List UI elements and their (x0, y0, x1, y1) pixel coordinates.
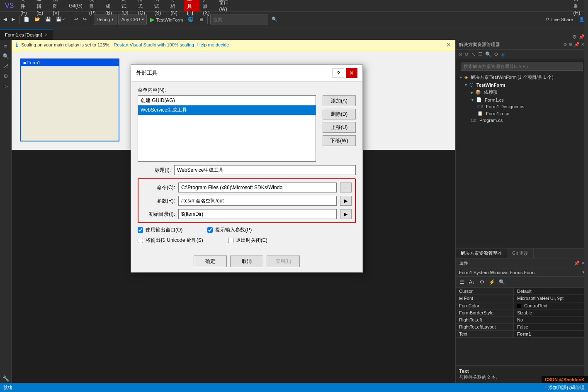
toolbar-new[interactable]: 📄 (22, 16, 31, 23)
menu-view[interactable]: 视图(V) (49, 0, 66, 11)
toolbar-back[interactable]: ◀ (2, 16, 8, 23)
dialog-help-button[interactable]: ? (333, 68, 344, 78)
dialog-initdir-input[interactable] (178, 209, 337, 219)
se-tool5[interactable]: 🔍 (484, 51, 492, 58)
menu-tools[interactable]: 工具(T) (184, 0, 200, 11)
close-exit-checkbox[interactable] (228, 238, 233, 243)
menu-build[interactable]: 生成(B) (102, 0, 118, 11)
se-tab-git[interactable]: Git 更改 (507, 248, 534, 258)
prop-value-text[interactable]: Form1 (514, 331, 588, 337)
notif-close-btn[interactable]: ✕ (446, 41, 451, 48)
use-output-checkbox[interactable] (138, 227, 143, 233)
toolbar-undo[interactable]: ↩ (73, 16, 80, 23)
dialog-args-browse[interactable]: ▶ (340, 196, 352, 206)
solution-search-input[interactable] (461, 62, 583, 71)
right-scrollbar[interactable] (584, 0, 588, 392)
dialog-args-input[interactable] (178, 196, 337, 206)
se-settings-btn[interactable]: ⚙ (569, 42, 573, 47)
prop-tool-alphview[interactable]: A↓ (467, 278, 476, 287)
toolbar-open[interactable]: 📂 (33, 16, 42, 23)
menu-window[interactable]: 窗口(W) (216, 0, 233, 11)
se-tool-active[interactable]: ◉ (500, 51, 506, 58)
se-tool6[interactable]: ⚙ (493, 51, 499, 58)
toolbar-redo[interactable]: ↪ (81, 16, 88, 23)
menu-analyze[interactable]: 分析(N) (167, 0, 183, 11)
menu-file[interactable]: 文件(F) (17, 0, 33, 11)
prop-tool-catview[interactable]: ☰ (457, 278, 467, 287)
menu-vs-icon[interactable]: VS (2, 0, 17, 11)
toolbar-browser[interactable]: 🌐 (186, 16, 195, 23)
prop-value-forecolor[interactable]: ControlText (514, 302, 588, 309)
notif-help-link[interactable]: Help me decide (197, 42, 229, 47)
prop-tool-events[interactable]: ⚡ (487, 278, 496, 287)
live-share-button[interactable]: ⟳ Live Share (543, 16, 576, 23)
dialog-title-input[interactable] (174, 165, 356, 175)
sidebar-icon-tools[interactable]: 🔧 (1, 374, 10, 383)
prop-value-border[interactable]: Sizable (514, 309, 588, 316)
toolbar-monitor[interactable]: 🖥 (197, 16, 205, 23)
dialog-cancel-btn[interactable]: 取消 (230, 256, 263, 267)
dialog-up-btn[interactable]: 上移(U) (323, 122, 356, 133)
tree-form1resx[interactable]: 📋 Form1.resx (456, 110, 588, 117)
dialog-listbox[interactable]: 创建 GUID(&G) WebService生成工具 (138, 95, 316, 162)
tree-form1designer[interactable]: C# Form1.Designer.cs (456, 103, 588, 110)
se-tool2[interactable]: ⟳ (464, 51, 470, 58)
dialog-remove-btn[interactable]: 删除(D) (323, 109, 356, 119)
toolbar-save-all[interactable]: 💾✓ (54, 16, 67, 23)
se-pin-btn[interactable]: 📌 (574, 42, 580, 47)
dialog-initdir-browse[interactable]: ▶ (340, 209, 352, 219)
prop-value-rtl[interactable]: No (514, 317, 588, 323)
prop-tool-search[interactable]: 🔍 (497, 278, 506, 287)
search-input[interactable] (210, 15, 268, 24)
menu-format[interactable]: 格式(O) (134, 0, 151, 11)
platform-dropdown[interactable]: Any CPU (118, 15, 146, 24)
sidebar-icon-1[interactable]: ≡ (1, 41, 10, 51)
dialog-add-btn[interactable]: 添加(A) (323, 95, 356, 106)
menu-project[interactable]: 项目(P) (86, 0, 102, 11)
menu-test[interactable]: 测试(S) (151, 0, 167, 11)
dialog-close-button[interactable]: ✕ (346, 68, 357, 78)
tree-form1cs[interactable]: ▼ 📄 Form1.cs (456, 96, 588, 103)
prop-value-font[interactable]: Microsoft YaHei UI, 9pt (514, 295, 588, 302)
tree-project[interactable]: ▼ ⬡ TestWinForm (456, 81, 588, 88)
menu-git[interactable]: Git(G) (66, 0, 86, 11)
unicode-checkbox[interactable] (138, 238, 143, 243)
sidebar-icon-5[interactable]: ▷ (1, 81, 10, 90)
toolbar-save[interactable]: 💾 (44, 16, 53, 23)
se-tool4[interactable]: ☰ (477, 51, 484, 58)
se-tool1[interactable]: ⊙ (457, 51, 463, 58)
dialog-ok-btn[interactable]: 确定 (194, 256, 227, 267)
dialog-command-input[interactable] (178, 183, 337, 192)
sidebar-icon-4[interactable]: ⚙ (1, 71, 10, 80)
prop-pin-btn[interactable]: 📌 (574, 261, 580, 266)
debug-config-dropdown[interactable]: Debug (94, 15, 117, 24)
prop-tool-props[interactable]: ⚙ (477, 278, 486, 287)
se-tool3[interactable]: ⤡ (471, 51, 476, 58)
prompt-args-checkbox[interactable] (207, 227, 213, 233)
se-tab-solution[interactable]: 解决方案资源管理器 (456, 248, 507, 258)
se-sync-btn[interactable]: ⟳ (564, 42, 567, 47)
form1-window[interactable]: ■ Form1 (20, 58, 119, 141)
tab-form1-design[interactable]: Form1.cs [Design] ✕ (0, 29, 53, 40)
tab-close[interactable]: ✕ (44, 32, 48, 37)
tree-programcs[interactable]: C# Program.cs (456, 117, 588, 124)
dialog-apply-btn[interactable]: 应用(L) (267, 256, 300, 267)
menu-extend[interactable]: 扩展(X) (199, 0, 216, 11)
panel-settings[interactable]: ⚙ (572, 34, 577, 40)
search-btn[interactable]: 🔍 (270, 16, 279, 23)
dialog-command-browse[interactable]: ... (340, 183, 352, 192)
tree-dependencies[interactable]: ▶ 📦 依赖项 (456, 88, 588, 96)
prop-value-cursor[interactable]: Default (514, 288, 588, 295)
status-add-to-source[interactable]: ↑ 添加到源代码管理 (544, 385, 585, 391)
menu-debug[interactable]: 调试(D) (118, 0, 134, 11)
notif-restart-link[interactable]: Restart Visual Studio with 100% scaling (114, 42, 194, 47)
menu-edit[interactable]: 编辑(E) (33, 0, 49, 11)
prop-value-rtllayout[interactable]: False (514, 324, 588, 330)
run-button[interactable]: ▶ TestWinForm (148, 15, 185, 24)
dialog-list-item-1[interactable]: WebService生成工具 (138, 105, 316, 115)
tree-solution[interactable]: ▼ ◈ 解决方案'TestWinForm'(1 个项目/共 1 个) (456, 73, 588, 81)
toolbar-forward[interactable]: ▶ (10, 16, 17, 23)
dialog-down-btn[interactable]: 下移(W) (323, 135, 356, 146)
dialog-list-item-0[interactable]: 创建 GUID(&G) (138, 96, 316, 105)
sidebar-icon-2[interactable]: 🔍 (1, 51, 10, 61)
